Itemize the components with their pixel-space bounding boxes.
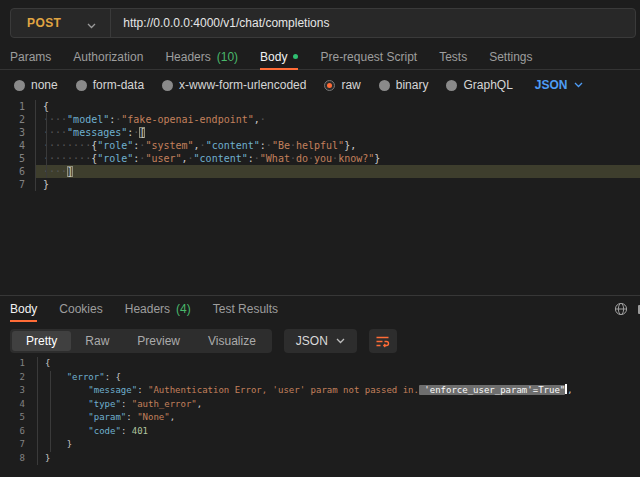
code-text: ········{"role":·"system",·"content":·"B… [36, 139, 640, 152]
request-body-editor[interactable]: 1{2····"model":·"fake-openai-endpoint",·… [0, 100, 640, 296]
code-line-4[interactable]: 4········{"role":·"system",·"content":·"… [0, 139, 640, 152]
response-tab-headers[interactable]: Headers(4) [125, 296, 191, 321]
radio-icon [14, 80, 25, 91]
code-text: ····] [36, 165, 640, 178]
code-text: } [38, 452, 640, 466]
method-selector[interactable]: POST [11, 16, 61, 30]
code-token [45, 439, 67, 449]
code-line-4[interactable]: 4 "type": "auth_error", [0, 398, 640, 412]
code-text: "error": { [38, 371, 640, 385]
indent-guide [50, 371, 51, 452]
response-language-selector[interactable]: JSON [284, 329, 357, 353]
chevron-down-icon [336, 338, 345, 344]
code-line-8[interactable]: 8} [0, 452, 640, 466]
globe-icon[interactable] [614, 302, 628, 316]
radio-form-data[interactable]: form-data [76, 78, 144, 92]
radio-icon [76, 80, 87, 91]
tab-headers[interactable]: Headers(10) [165, 44, 238, 69]
code-line-7[interactable]: 7 } [0, 438, 640, 452]
tab-tests[interactable]: Tests [439, 44, 467, 69]
response-toolbar: Pretty Raw Preview Visualize JSON [10, 329, 397, 353]
code-line-2[interactable]: 2 "error": { [0, 371, 640, 385]
radio-graphql[interactable]: GraphQL [446, 78, 512, 92]
view-raw-button[interactable]: Raw [71, 331, 123, 351]
tab-params[interactable]: Params [10, 44, 51, 69]
tab-label: Headers [125, 302, 170, 316]
code-token: "content" [206, 140, 260, 151]
tab-body[interactable]: Body [260, 44, 298, 69]
radio-icon [379, 80, 390, 91]
view-visualize-button[interactable]: Visualize [194, 331, 270, 351]
view-pretty-button[interactable]: Pretty [12, 331, 71, 351]
code-token [45, 385, 88, 395]
tab-label: Settings [489, 50, 532, 64]
code-token: { [45, 358, 50, 368]
code-line-6[interactable]: 6····] [0, 165, 640, 178]
response-tab-body[interactable]: Body [10, 296, 37, 321]
radio-none[interactable]: none [14, 78, 58, 92]
code-text: "code": 401 [38, 425, 640, 439]
headers-count: (10) [217, 50, 238, 64]
radio-raw[interactable]: raw [324, 78, 360, 92]
code-line-5[interactable]: 5 "param": "None", [0, 411, 640, 425]
view-preview-button[interactable]: Preview [123, 331, 194, 351]
code-line-5[interactable]: 5········{"role":·"user",·"content":·"Wh… [0, 152, 640, 165]
radio-label: form-data [93, 78, 144, 92]
radio-x-www-form-urlencoded[interactable]: x-www-form-urlencoded [162, 78, 306, 92]
code-text: ········{"role":·"user",·"content":·"Wha… [36, 152, 640, 165]
code-token: "param" [88, 412, 126, 422]
code-line-2[interactable]: 2····"model":·"fake-openai-endpoint",· [0, 113, 640, 126]
tab-label: Body [260, 50, 287, 64]
code-token: "message" [88, 385, 137, 395]
code-text: ····"messages":·[ [36, 126, 640, 139]
tab-label: Cookies [59, 302, 102, 316]
code-token: "role" [97, 153, 133, 164]
radio-label: none [31, 78, 58, 92]
code-token: ········ [43, 140, 91, 151]
code-text: } [36, 178, 640, 191]
request-tabs: Params Authorization Headers(10) Body Pr… [0, 44, 640, 70]
tab-settings[interactable]: Settings [489, 44, 532, 69]
code-token: you [314, 153, 332, 164]
code-token [45, 412, 88, 422]
code-line-1[interactable]: 1{ [0, 100, 640, 113]
code-token: · [260, 114, 266, 125]
radio-label: x-www-form-urlencoded [179, 78, 306, 92]
response-tab-test-results[interactable]: Test Results [213, 296, 278, 321]
code-token: } [67, 439, 72, 449]
response-body-editor[interactable]: 1{2 "error": {3 "message": "Authenticati… [0, 357, 640, 477]
code-text: { [36, 100, 640, 113]
chevron-down-icon[interactable] [87, 15, 96, 33]
line-number: 7 [0, 178, 36, 191]
code-token: 401 [132, 426, 148, 436]
tab-authorization[interactable]: Authorization [73, 44, 143, 69]
response-meta-icons [614, 302, 628, 316]
code-token: "Be [272, 140, 290, 151]
url-input[interactable]: http://0.0.0.0:4000/v1/chat/completions [111, 16, 329, 30]
radio-binary[interactable]: binary [379, 78, 429, 92]
response-tab-cookies[interactable]: Cookies [59, 296, 102, 321]
line-number: 8 [0, 452, 38, 466]
tab-label: Tests [439, 50, 467, 64]
code-line-3[interactable]: 3 "message": "Authentication Error, 'use… [0, 384, 640, 398]
tab-label: Authorization [73, 50, 143, 64]
code-token: "content" [194, 153, 248, 164]
code-line-1[interactable]: 1{ [0, 357, 640, 371]
code-line-7[interactable]: 7} [0, 178, 640, 191]
code-token: "None" [137, 412, 170, 422]
code-token: : { [105, 372, 121, 382]
code-token: "messages" [67, 127, 127, 138]
code-token: "fake-openai-endpoint" [121, 114, 253, 125]
wrap-text-button[interactable] [369, 329, 397, 353]
request-language-selector[interactable]: JSON [535, 78, 583, 92]
code-token: helpful" [296, 140, 344, 151]
code-line-6[interactable]: 6 "code": 401 [0, 425, 640, 439]
code-token: { [43, 101, 49, 112]
tab-label: Pre-request Script [320, 50, 417, 64]
line-number: 1 [0, 357, 38, 371]
code-token: "type" [88, 399, 121, 409]
code-line-3[interactable]: 3····"messages":·[ [0, 126, 640, 139]
code-token: : [137, 385, 148, 395]
code-token: : [121, 426, 132, 436]
tab-pre-request-script[interactable]: Pre-request Script [320, 44, 417, 69]
